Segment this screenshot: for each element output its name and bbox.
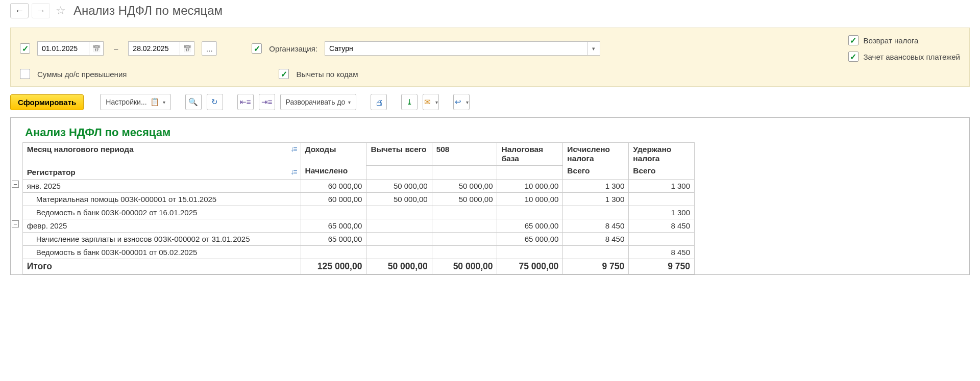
table-row[interactable]: −янв. 202560 000,0050 000,0050 000,0010 … xyxy=(11,179,695,192)
date-from-field[interactable] xyxy=(37,41,104,56)
refund-checkbox[interactable] xyxy=(848,35,859,45)
generate-button[interactable]: Сформировать xyxy=(10,94,84,110)
variants-button[interactable]: ↩ ▾ xyxy=(453,94,470,110)
printer-icon: 🖨 xyxy=(375,98,383,107)
settings-button-label: Настройки... xyxy=(106,98,146,106)
print-button[interactable]: 🖨 xyxy=(371,94,387,110)
cell-calc xyxy=(563,245,629,259)
codes-label: Вычеты по кодам xyxy=(296,70,358,79)
table-row[interactable]: Ведомость в банк 00ЗК-000001 от 05.02.20… xyxy=(11,245,695,259)
col-month[interactable]: Месяц налогового периода xyxy=(22,143,301,166)
arrow-left-icon xyxy=(15,6,24,16)
chevron-down-icon: ▾ xyxy=(163,99,165,105)
find-button[interactable]: 🔍 xyxy=(185,94,202,110)
cell-c508 xyxy=(432,232,497,245)
total-row: Итого 125 000,00 50 000,00 50 000,00 75 … xyxy=(11,259,695,274)
row-label: Начисление зарплаты и взносов 00ЗК-00000… xyxy=(22,232,301,245)
org-label: Организация: xyxy=(269,44,317,53)
col-base[interactable]: Налоговая база xyxy=(497,143,563,166)
collapse-all-button[interactable]: ⇤≡ xyxy=(237,94,254,110)
col-ded[interactable]: Вычеты всего xyxy=(366,143,432,166)
save-icon: ⤓ xyxy=(406,97,413,107)
cell-income: 60 000,00 xyxy=(301,179,366,192)
calendar-icon[interactable] xyxy=(89,42,103,55)
col-reg[interactable]: Регистратор xyxy=(22,166,301,180)
refund-label: Возврат налога xyxy=(864,36,919,45)
date-to-field[interactable] xyxy=(128,41,194,56)
refresh-icon: ↻ xyxy=(211,97,218,107)
col-calc-sub: Всего xyxy=(567,166,624,175)
chevron-down-icon: ▾ xyxy=(466,99,469,105)
loop-icon: ↩ xyxy=(455,97,461,107)
cell-c508: 50 000,00 xyxy=(432,179,497,192)
excess-checkbox[interactable] xyxy=(20,69,30,79)
table-row[interactable]: Начисление зарплаты и взносов 00ЗК-00000… xyxy=(11,232,695,245)
collapse-toggle[interactable]: − xyxy=(12,220,19,227)
cell-withheld: 1 300 xyxy=(629,179,695,192)
row-label: Ведомость в банк 00ЗК-000001 от 05.02.20… xyxy=(22,245,301,259)
col-calc[interactable]: Исчислено налога Всего xyxy=(563,143,629,180)
cell-base: 65 000,00 xyxy=(497,219,563,232)
expand-all-button[interactable]: ⇥≡ xyxy=(259,94,275,110)
col-508[interactable]: 508 xyxy=(432,143,497,166)
col-reg-label: Регистратор xyxy=(27,168,76,176)
row-label: Ведомость в банк 00ЗК-000002 от 16.01.20… xyxy=(22,206,301,219)
col-withheld-label: Удержано налога xyxy=(633,145,690,163)
chevron-down-icon: ▾ xyxy=(435,99,438,105)
codes-checkbox[interactable] xyxy=(279,69,289,79)
favorite-star-icon[interactable] xyxy=(53,3,68,18)
cell-calc: 1 300 xyxy=(563,179,629,192)
org-input[interactable] xyxy=(325,44,587,53)
cell-withheld: 8 450 xyxy=(629,219,695,232)
cell-ded xyxy=(366,232,432,245)
expand-to-button[interactable]: Разворачивать до ▾ xyxy=(280,94,357,110)
sort-icon[interactable] xyxy=(290,168,296,176)
chevron-down-icon: ▾ xyxy=(348,99,351,105)
filter-panel: – ... Организация: Возврат налога Зачет … xyxy=(10,28,970,87)
date-to-input[interactable] xyxy=(129,42,180,55)
refresh-button[interactable]: ↻ xyxy=(207,94,223,110)
collapse-toggle[interactable]: − xyxy=(12,181,19,188)
table-row[interactable]: Материальная помощь 00ЗК-000001 от 15.01… xyxy=(11,192,695,206)
period-checkbox[interactable] xyxy=(20,43,30,54)
report-container: Анализ НДФЛ по месяцам Месяц налогового … xyxy=(10,117,970,275)
table-row[interactable]: −февр. 202565 000,0065 000,008 4508 450 xyxy=(11,219,695,232)
period-dash: – xyxy=(114,44,118,53)
nav-forward-button[interactable] xyxy=(32,3,50,18)
row-label: февр. 2025 xyxy=(22,219,301,232)
advance-checkbox[interactable] xyxy=(848,52,859,62)
table-row[interactable]: Ведомость в банк 00ЗК-000002 от 16.01.20… xyxy=(11,206,695,219)
org-checkbox[interactable] xyxy=(252,43,262,54)
action-toolbar: Сформировать Настройки... 📋 ▾ 🔍 ↻ ⇤≡ ⇥≡ … xyxy=(0,87,980,117)
cell-c508 xyxy=(432,219,497,232)
col-income-sub: Начислено xyxy=(305,166,362,175)
cell-withheld xyxy=(629,232,695,245)
calendar-icon[interactable] xyxy=(180,42,194,55)
date-from-input[interactable] xyxy=(38,42,89,55)
save-button[interactable]: ⤓ xyxy=(401,94,418,110)
cell-income xyxy=(301,206,366,219)
nav-back-button[interactable] xyxy=(10,3,29,18)
total-508: 50 000,00 xyxy=(432,259,497,274)
excess-label: Суммы до/с превышения xyxy=(37,70,127,79)
cell-withheld: 1 300 xyxy=(629,206,695,219)
settings-button[interactable]: Настройки... 📋 ▾ xyxy=(100,94,170,110)
cell-income: 65 000,00 xyxy=(301,219,366,232)
sort-icon[interactable] xyxy=(290,145,296,153)
cell-base: 10 000,00 xyxy=(497,179,563,192)
chevron-down-icon[interactable] xyxy=(587,42,600,55)
total-ded: 50 000,00 xyxy=(366,259,432,274)
email-button[interactable]: ✉ ▾ xyxy=(423,94,439,110)
cell-calc: 8 450 xyxy=(563,219,629,232)
period-dots-button[interactable]: ... xyxy=(202,41,217,56)
cell-calc xyxy=(563,206,629,219)
expand-to-label: Разворачивать до xyxy=(286,98,346,106)
row-label: янв. 2025 xyxy=(22,179,301,192)
col-income[interactable]: Доходы Начислено xyxy=(301,143,366,180)
row-label: Материальная помощь 00ЗК-000001 от 15.01… xyxy=(22,192,301,206)
org-select[interactable] xyxy=(325,41,600,56)
expand-icon: ⇥≡ xyxy=(261,97,273,107)
cell-calc: 8 450 xyxy=(563,232,629,245)
col-withheld[interactable]: Удержано налога Всего xyxy=(629,143,695,180)
report-table: Месяц налогового периода Доходы Начислен… xyxy=(11,142,695,274)
